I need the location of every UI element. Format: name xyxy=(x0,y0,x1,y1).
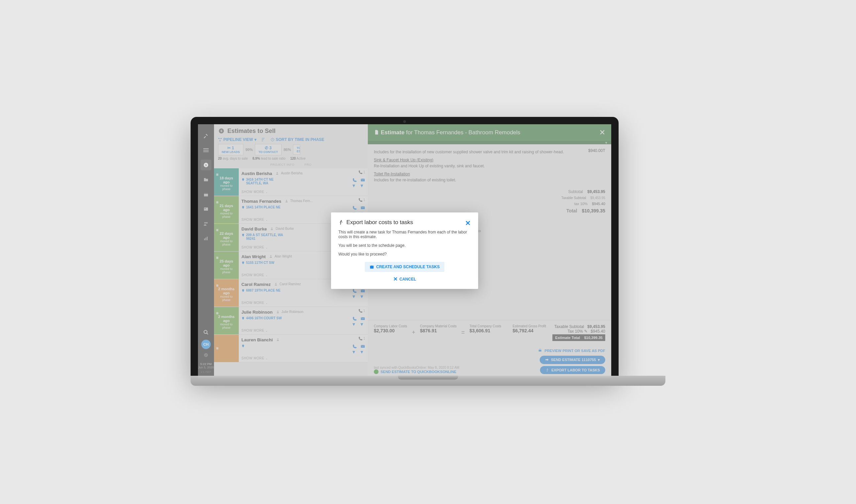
modal-text: This will create a new task for Thomas F… xyxy=(338,230,471,239)
svg-rect-46 xyxy=(373,265,373,266)
modal-text: Would you like to proceed? xyxy=(338,252,471,256)
create-schedule-button[interactable]: CREATE AND SCHEDULE TASKS xyxy=(365,262,444,272)
svg-rect-44 xyxy=(370,266,374,269)
svg-rect-45 xyxy=(371,265,371,266)
modal-title: Export labor costs to tasks xyxy=(338,219,465,226)
cancel-button[interactable]: ✕ CANCEL xyxy=(393,276,416,282)
calendar-icon xyxy=(370,265,374,269)
walk-icon xyxy=(338,220,344,225)
svg-point-43 xyxy=(341,220,342,221)
modal-text: You will be sent to the schedule page. xyxy=(338,243,471,248)
export-modal: ✕ Export labor costs to tasks This will … xyxy=(331,212,478,289)
modal-overlay: ✕ Export labor costs to tasks This will … xyxy=(198,124,611,377)
modal-close-button[interactable]: ✕ xyxy=(465,219,471,227)
